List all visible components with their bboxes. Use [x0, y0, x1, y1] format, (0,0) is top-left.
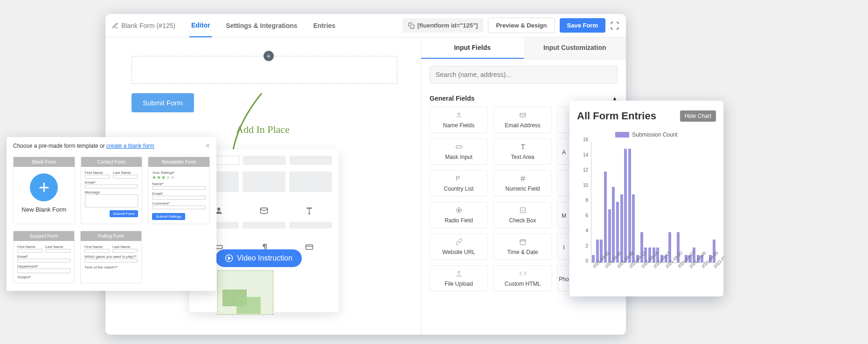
svg-rect-0 [410, 25, 414, 28]
create-blank-link[interactable]: create a blank form [106, 143, 154, 149]
Text Area-icon [519, 143, 527, 152]
copy-icon [408, 22, 415, 29]
tab-entries[interactable]: Entries [312, 14, 337, 37]
tab-nav: Editor Settings & Integrations Entries [189, 14, 337, 37]
field-card-m[interactable]: M [557, 202, 570, 228]
plus-icon[interactable]: + [30, 173, 58, 201]
chart-area: 0246810121416 2021-04-022021-04-052021-0… [577, 142, 716, 277]
field-card-mask-input[interactable]: Mask Input [430, 138, 488, 165]
y-tick: 6 [585, 213, 588, 218]
field-card-partial[interactable] [557, 107, 570, 133]
field-card-check-box[interactable]: Check Box [493, 202, 552, 228]
hide-chart-button[interactable]: Hide Chart [680, 110, 716, 122]
field-card-text-area[interactable]: Text Area [493, 138, 552, 165]
field-card-pho[interactable]: Pho [557, 265, 570, 291]
Mask Input-icon [455, 143, 463, 152]
field-label: Country List [444, 186, 473, 192]
chart-bar [628, 149, 631, 262]
template-submit-btn[interactable]: Submit Ratings [152, 213, 185, 220]
chart-panel: All Form Entries Hide Chart Submission C… [569, 101, 723, 296]
fullscreen-icon[interactable] [610, 21, 619, 30]
field-card-numeric-field[interactable]: Numeric Field [493, 170, 552, 196]
hand-annotation: Add In Place [236, 124, 290, 136]
form-name-text: Blank Form (#125) [121, 22, 175, 29]
field-label: M [562, 213, 566, 219]
template-contact[interactable]: Contact Form First NameLast Name Email* … [81, 157, 143, 224]
svg-point-7 [458, 113, 460, 115]
field-card-name-fields[interactable]: Name Fields [430, 107, 488, 133]
chart-bar [624, 149, 627, 262]
template-head: Polling Form [81, 231, 141, 241]
play-icon [225, 254, 233, 262]
Website URL-icon [455, 238, 463, 247]
y-tick: 16 [583, 137, 588, 142]
template-submit-btn[interactable]: Submit Form [110, 210, 139, 217]
field-card-website-url[interactable]: Website URL [430, 234, 488, 260]
field-card-i[interactable]: I [557, 234, 570, 260]
tab-settings[interactable]: Settings & Integrations [224, 14, 299, 37]
save-button[interactable]: Save Form [560, 18, 605, 33]
field-card-radio-field[interactable]: Radio Field [430, 202, 488, 228]
template-head: Contact Form [81, 157, 142, 167]
sidebar-tab-input-fields[interactable]: Input Fields [421, 37, 524, 59]
field-card-time-&-date[interactable]: Time & Date [493, 234, 552, 260]
chart-title: All Form Entries [577, 110, 656, 122]
submit-form-button[interactable]: Submit Form [132, 93, 194, 112]
y-tick: 14 [583, 152, 588, 157]
y-tick: 8 [585, 198, 588, 203]
svg-rect-16 [520, 207, 525, 213]
y-tick: 4 [585, 228, 588, 233]
field-label: File Upload [444, 281, 473, 287]
Email Address-icon [519, 111, 527, 120]
shortcode-text: [fluentform id="125"] [417, 22, 478, 29]
field-card-a[interactable]: A [557, 138, 570, 165]
mail-icon [259, 206, 269, 215]
Custom HTML-icon [519, 270, 527, 279]
template-modal: Choose a pre-made form template or creat… [7, 137, 216, 291]
field-card-file-upload[interactable]: File Upload [430, 265, 488, 291]
search-input[interactable] [430, 66, 618, 83]
card-icon [305, 242, 314, 252]
chart-bar [592, 255, 595, 262]
Name Fields-icon [455, 111, 463, 120]
template-polling[interactable]: Polling Form First NameLast Name Which g… [80, 231, 142, 283]
field-card-country-list[interactable]: Country List [430, 170, 488, 196]
template-head: Support Form [14, 231, 74, 241]
svg-point-15 [458, 209, 460, 211]
field-label: I [563, 244, 564, 251]
chart-legend: Submission Count [577, 131, 716, 138]
text-icon [305, 206, 314, 215]
video-label: Video Instruction [237, 254, 292, 262]
blank-label: New Blank Form [14, 206, 75, 213]
template-blank[interactable]: Blank Form + New Blank Form [13, 157, 75, 224]
field-label: Website URL [442, 249, 475, 255]
Radio Field-icon [455, 206, 463, 215]
star-rating: ★★★★★ [152, 175, 206, 180]
shortcode-box[interactable]: [fluentform id="125"] [403, 18, 484, 33]
tab-editor[interactable]: Editor [189, 14, 212, 37]
svg-line-12 [521, 176, 522, 181]
legend-label: Submission Count [632, 131, 677, 138]
svg-point-1 [217, 207, 220, 211]
add-field-button[interactable]: + [264, 51, 274, 61]
chart-bar [604, 172, 607, 262]
template-newsletter[interactable]: Newsletter Form Your Ratings* ★★★★★ Name… [148, 157, 210, 224]
field-label: Mask Input [445, 154, 472, 160]
sidebar-tab-customization[interactable]: Input Customization [524, 37, 626, 59]
dropzone[interactable]: + [132, 56, 397, 84]
preview-button[interactable]: Preview & Design [488, 18, 555, 33]
field-label: A [562, 149, 566, 156]
field-card-custom-html[interactable]: Custom HTML [493, 265, 552, 291]
svg-rect-8 [520, 113, 526, 117]
field-label: Pho [559, 276, 569, 282]
topbar: Blank Form (#125) Editor Settings & Inte… [105, 14, 626, 37]
form-name[interactable]: Blank Form (#125) [112, 22, 175, 29]
close-icon[interactable]: × [206, 142, 210, 150]
field-label: Email Address [505, 122, 541, 129]
field-card-email-address[interactable]: Email Address [493, 107, 552, 133]
template-support[interactable]: Support Form First NameLast Name Email* … [13, 231, 75, 283]
field-card-partial[interactable] [557, 170, 570, 196]
field-label: Radio Field [444, 217, 473, 224]
video-instruction-button[interactable]: Video Instruction [215, 249, 302, 267]
y-tick: 12 [583, 167, 588, 172]
